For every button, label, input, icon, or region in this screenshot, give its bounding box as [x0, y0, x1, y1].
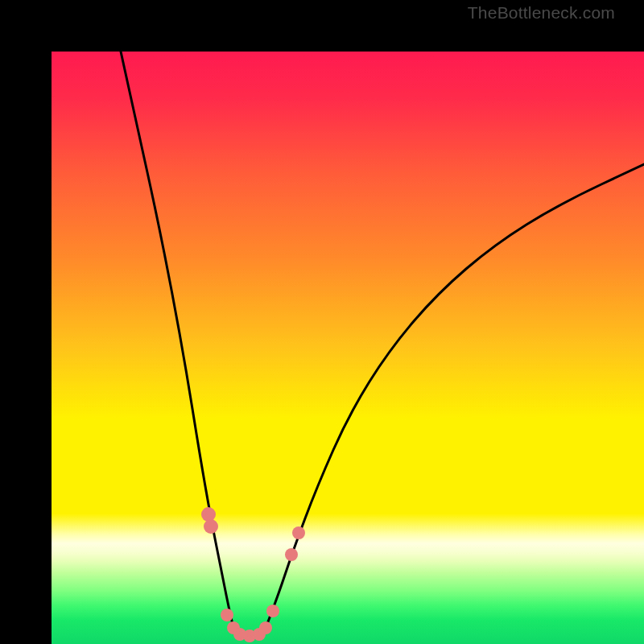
data-marker: [204, 519, 218, 534]
data-marker: [266, 605, 279, 617]
chart-frame: [0, 0, 644, 644]
data-marker: [285, 548, 298, 561]
data-marker: [201, 507, 216, 522]
chart-svg: [52, 52, 644, 644]
plot-area: [52, 52, 644, 644]
watermark-text: TheBottleneck.com: [468, 3, 615, 23]
data-marker: [292, 526, 305, 539]
data-marker: [259, 621, 272, 634]
data-marker: [221, 609, 233, 621]
